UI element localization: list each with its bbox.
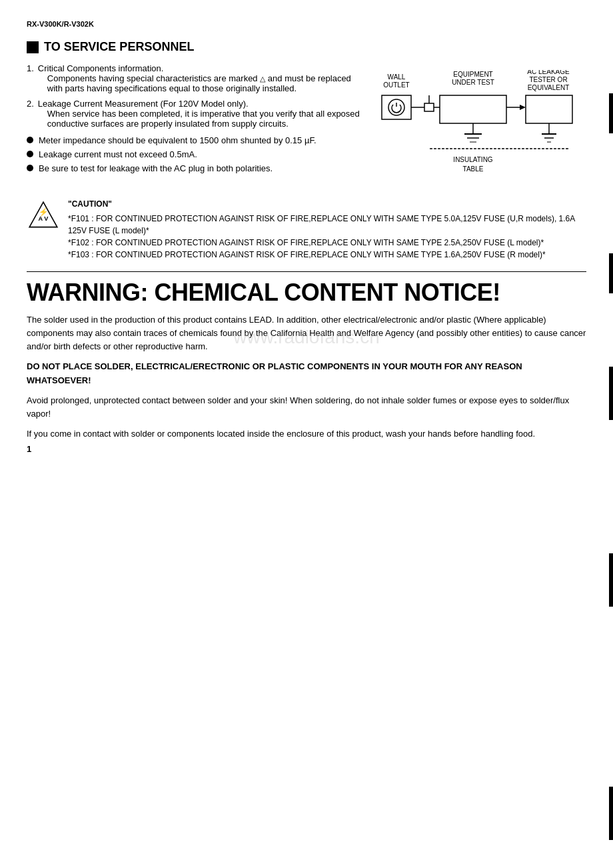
item-1-title: Critical Components information.	[38, 63, 360, 73]
item-1-body: Components having special characteristic…	[38, 73, 360, 93]
svg-rect-12	[440, 95, 506, 123]
warning-para-3: Avoid prolonged, unprotected contact bet…	[27, 394, 586, 421]
bullet-text-2: Leakage current must not exceed 0.5mA.	[39, 149, 197, 159]
diagram: WALL OUTLET EQUIPMENT UNDER TEST AC LEAK…	[373, 63, 586, 190]
page-number: 1	[27, 444, 31, 454]
item-2-title: Leakage Current Measurement (For 120V Mo…	[38, 99, 360, 109]
item-2-number: 2.	[27, 99, 34, 129]
warning-section: WARNING: CHEMICAL CONTENT NOTICE! The so…	[27, 271, 586, 441]
bullet-circle-2	[27, 151, 33, 157]
bullet-item-3: Be sure to test for leakage with the AC …	[27, 163, 360, 173]
caution-section: A V ⚡ "CAUTION" *F101 : FOR CONTINUED PR…	[27, 198, 586, 261]
svg-text:OUTLET: OUTLET	[383, 81, 409, 89]
item-1-number: 1.	[27, 63, 34, 93]
warning-title: WARNING: CHEMICAL CONTENT NOTICE!	[27, 279, 586, 307]
warning-para-4: If you come in contact with solder or co…	[27, 427, 586, 441]
svg-text:⚡: ⚡	[39, 207, 49, 217]
caution-title: "CAUTION"	[68, 198, 586, 210]
section-title: TO SERVICE PERSONNEL	[27, 40, 586, 54]
svg-rect-16	[526, 95, 572, 123]
right-bar-4	[609, 553, 613, 607]
svg-text:TESTER OR: TESTER OR	[529, 76, 567, 83]
svg-text:TABLE: TABLE	[463, 165, 484, 173]
wall-outlet-label: WALL	[388, 73, 406, 81]
svg-marker-15	[520, 105, 526, 110]
right-bar-1	[609, 93, 613, 133]
svg-text:UNDER TEST: UNDER TEST	[452, 79, 494, 86]
item-2-body: When service has been completed, it is i…	[38, 109, 360, 129]
caution-line-1: *F101 : FOR CONTINUED PROTECTION AGAINST…	[68, 213, 586, 237]
caution-text-block: "CAUTION" *F101 : FOR CONTINUED PROTECTI…	[68, 198, 586, 261]
left-column: 1. Critical Components information. Comp…	[27, 63, 360, 190]
numbered-item-2: 2. Leakage Current Measurement (For 120V…	[27, 99, 360, 129]
right-bar-5	[609, 787, 613, 840]
svg-text:AC LEAKAGE: AC LEAKAGE	[527, 70, 570, 75]
svg-text:INSULATING: INSULATING	[453, 156, 492, 163]
circuit-diagram: WALL OUTLET EQUIPMENT UNDER TEST AC LEAK…	[376, 70, 583, 183]
bullet-text-3: Be sure to test for leakage with the AC …	[39, 163, 273, 173]
warning-para-1: The solder used in the production of thi…	[27, 313, 586, 353]
numbered-item-1: 1. Critical Components information. Comp…	[27, 63, 360, 93]
caution-line-3: *F103 : FOR CONTINUED PROTECTION AGAINST…	[68, 249, 586, 261]
svg-text:EQUIPMENT: EQUIPMENT	[453, 71, 492, 78]
bullet-circle-1	[27, 137, 33, 143]
bullet-circle-3	[27, 165, 33, 171]
title-square	[27, 41, 39, 53]
caution-line-2: *F102 : FOR CONTINUED PROTECTION AGAINST…	[68, 237, 586, 249]
caution-triangle-icon: A V ⚡	[27, 199, 60, 235]
warning-para-2: DO NOT PLACE SOLDER, ELECTRICAL/ERECTRON…	[27, 360, 586, 387]
bullet-text-1: Meter impedance should be equivalent to …	[39, 135, 316, 145]
svg-rect-10	[424, 103, 434, 111]
right-bar-2	[609, 253, 613, 293]
bullet-item-1: Meter impedance should be equivalent to …	[27, 135, 360, 145]
right-bar-3	[609, 367, 613, 420]
section-title-text: TO SERVICE PERSONNEL	[44, 40, 194, 54]
svg-text:EQUIVALENT: EQUIVALENT	[528, 84, 570, 91]
bullet-item-2: Leakage current must not exceed 0.5mA.	[27, 149, 360, 159]
model-number: RX-V300K/R-V302K	[27, 20, 586, 28]
